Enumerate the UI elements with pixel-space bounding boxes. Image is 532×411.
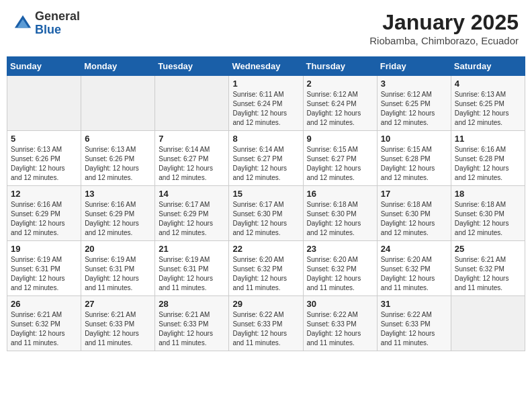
calendar-cell xyxy=(7,76,81,131)
day-info: Sunrise: 6:22 AMSunset: 6:33 PMDaylight:… xyxy=(232,310,299,348)
day-info: Sunrise: 6:17 AMSunset: 6:29 PMDaylight:… xyxy=(159,200,225,238)
day-number: 17 xyxy=(381,189,447,199)
day-number: 29 xyxy=(232,299,299,309)
calendar-cell: 25Sunrise: 6:21 AMSunset: 6:32 PMDayligh… xyxy=(451,241,525,296)
calendar-cell: 19Sunrise: 6:19 AMSunset: 6:31 PMDayligh… xyxy=(7,241,81,296)
day-number: 3 xyxy=(381,79,447,89)
day-number: 27 xyxy=(85,299,151,309)
day-info: Sunrise: 6:20 AMSunset: 6:32 PMDaylight:… xyxy=(307,255,373,293)
calendar-cell: 5Sunrise: 6:13 AMSunset: 6:26 PMDaylight… xyxy=(7,131,81,186)
day-info: Sunrise: 6:18 AMSunset: 6:30 PMDaylight:… xyxy=(381,200,447,238)
page-header: General Blue January 2025 Riobamba, Chim… xyxy=(7,7,525,50)
day-number: 2 xyxy=(307,79,373,89)
calendar-cell: 23Sunrise: 6:20 AMSunset: 6:32 PMDayligh… xyxy=(303,241,377,296)
day-number: 25 xyxy=(455,244,521,254)
logo-blue: Blue xyxy=(35,23,61,36)
day-info: Sunrise: 6:11 AMSunset: 6:24 PMDaylight:… xyxy=(232,90,299,128)
day-info: Sunrise: 6:14 AMSunset: 6:27 PMDaylight:… xyxy=(159,145,225,183)
day-info: Sunrise: 6:22 AMSunset: 6:33 PMDaylight:… xyxy=(307,310,373,348)
day-number: 12 xyxy=(11,189,77,199)
calendar-cell: 15Sunrise: 6:17 AMSunset: 6:30 PMDayligh… xyxy=(229,186,303,241)
calendar-cell: 3Sunrise: 6:12 AMSunset: 6:25 PMDaylight… xyxy=(377,76,451,131)
day-number: 13 xyxy=(85,189,151,199)
day-info: Sunrise: 6:19 AMSunset: 6:31 PMDaylight:… xyxy=(11,255,77,293)
calendar-cell: 11Sunrise: 6:16 AMSunset: 6:28 PMDayligh… xyxy=(451,131,525,186)
calendar-cell: 7Sunrise: 6:14 AMSunset: 6:27 PMDaylight… xyxy=(155,131,229,186)
day-info: Sunrise: 6:20 AMSunset: 6:32 PMDaylight:… xyxy=(232,255,299,293)
calendar-cell: 27Sunrise: 6:21 AMSunset: 6:33 PMDayligh… xyxy=(81,296,155,351)
day-info: Sunrise: 6:15 AMSunset: 6:27 PMDaylight:… xyxy=(307,145,373,183)
day-number: 14 xyxy=(159,189,225,199)
calendar-cell: 24Sunrise: 6:20 AMSunset: 6:32 PMDayligh… xyxy=(377,241,451,296)
calendar-week-row: 12Sunrise: 6:16 AMSunset: 6:29 PMDayligh… xyxy=(7,186,525,241)
calendar-cell: 13Sunrise: 6:16 AMSunset: 6:29 PMDayligh… xyxy=(81,186,155,241)
logo-general: General xyxy=(35,9,80,23)
day-number: 10 xyxy=(381,134,447,144)
day-info: Sunrise: 6:20 AMSunset: 6:32 PMDaylight:… xyxy=(381,255,447,293)
day-info: Sunrise: 6:12 AMSunset: 6:24 PMDaylight:… xyxy=(307,90,373,128)
weekday-header: Monday xyxy=(81,57,155,76)
day-info: Sunrise: 6:14 AMSunset: 6:27 PMDaylight:… xyxy=(232,145,299,183)
day-info: Sunrise: 6:21 AMSunset: 6:32 PMDaylight:… xyxy=(455,255,521,293)
day-info: Sunrise: 6:19 AMSunset: 6:31 PMDaylight:… xyxy=(159,255,225,293)
calendar-week-row: 26Sunrise: 6:21 AMSunset: 6:32 PMDayligh… xyxy=(7,296,525,351)
day-number: 20 xyxy=(85,244,151,254)
day-number: 30 xyxy=(307,299,373,309)
calendar-cell xyxy=(81,76,155,131)
calendar-cell xyxy=(155,76,229,131)
logo: General Blue xyxy=(13,10,80,37)
calendar-cell: 2Sunrise: 6:12 AMSunset: 6:24 PMDaylight… xyxy=(303,76,377,131)
title-block: January 2025 Riobamba, Chimborazo, Ecuad… xyxy=(369,10,519,46)
calendar-subtitle: Riobamba, Chimborazo, Ecuador xyxy=(369,35,519,46)
day-number: 18 xyxy=(455,189,521,199)
day-number: 11 xyxy=(455,134,521,144)
day-info: Sunrise: 6:15 AMSunset: 6:28 PMDaylight:… xyxy=(381,145,447,183)
weekday-header: Friday xyxy=(377,57,451,76)
weekday-header: Thursday xyxy=(303,57,377,76)
day-info: Sunrise: 6:17 AMSunset: 6:30 PMDaylight:… xyxy=(232,200,299,238)
day-info: Sunrise: 6:18 AMSunset: 6:30 PMDaylight:… xyxy=(307,200,373,238)
day-number: 9 xyxy=(307,134,373,144)
day-number: 7 xyxy=(159,134,225,144)
day-info: Sunrise: 6:16 AMSunset: 6:28 PMDaylight:… xyxy=(455,145,521,183)
calendar-week-row: 5Sunrise: 6:13 AMSunset: 6:26 PMDaylight… xyxy=(7,131,525,186)
calendar-cell xyxy=(451,296,525,351)
day-number: 15 xyxy=(232,189,299,199)
calendar-cell: 21Sunrise: 6:19 AMSunset: 6:31 PMDayligh… xyxy=(155,241,229,296)
day-number: 22 xyxy=(232,244,299,254)
calendar-cell: 22Sunrise: 6:20 AMSunset: 6:32 PMDayligh… xyxy=(229,241,303,296)
calendar-table: SundayMondayTuesdayWednesdayThursdayFrid… xyxy=(7,56,525,351)
calendar-cell: 6Sunrise: 6:13 AMSunset: 6:26 PMDaylight… xyxy=(81,131,155,186)
calendar-cell: 4Sunrise: 6:13 AMSunset: 6:25 PMDaylight… xyxy=(451,76,525,131)
weekday-header: Saturday xyxy=(451,57,525,76)
day-number: 6 xyxy=(85,134,151,144)
day-number: 5 xyxy=(11,134,77,144)
calendar-cell: 30Sunrise: 6:22 AMSunset: 6:33 PMDayligh… xyxy=(303,296,377,351)
calendar-cell: 14Sunrise: 6:17 AMSunset: 6:29 PMDayligh… xyxy=(155,186,229,241)
calendar-cell: 18Sunrise: 6:18 AMSunset: 6:30 PMDayligh… xyxy=(451,186,525,241)
calendar-cell: 26Sunrise: 6:21 AMSunset: 6:32 PMDayligh… xyxy=(7,296,81,351)
calendar-cell: 20Sunrise: 6:19 AMSunset: 6:31 PMDayligh… xyxy=(81,241,155,296)
day-info: Sunrise: 6:16 AMSunset: 6:29 PMDaylight:… xyxy=(85,200,151,238)
calendar-cell: 12Sunrise: 6:16 AMSunset: 6:29 PMDayligh… xyxy=(7,186,81,241)
weekday-header: Wednesday xyxy=(229,57,303,76)
calendar-cell: 1Sunrise: 6:11 AMSunset: 6:24 PMDaylight… xyxy=(229,76,303,131)
day-number: 28 xyxy=(159,299,225,309)
day-number: 26 xyxy=(11,299,77,309)
calendar-cell: 8Sunrise: 6:14 AMSunset: 6:27 PMDaylight… xyxy=(229,131,303,186)
day-info: Sunrise: 6:21 AMSunset: 6:33 PMDaylight:… xyxy=(85,310,151,348)
day-info: Sunrise: 6:13 AMSunset: 6:26 PMDaylight:… xyxy=(11,145,77,183)
day-info: Sunrise: 6:12 AMSunset: 6:25 PMDaylight:… xyxy=(381,90,447,128)
calendar-week-row: 1Sunrise: 6:11 AMSunset: 6:24 PMDaylight… xyxy=(7,76,525,131)
weekday-header: Sunday xyxy=(7,57,81,76)
day-number: 19 xyxy=(11,244,77,254)
calendar-week-row: 19Sunrise: 6:19 AMSunset: 6:31 PMDayligh… xyxy=(7,241,525,296)
day-number: 21 xyxy=(159,244,225,254)
logo-text: General Blue xyxy=(35,10,80,37)
day-info: Sunrise: 6:19 AMSunset: 6:31 PMDaylight:… xyxy=(85,255,151,293)
weekday-header: Tuesday xyxy=(155,57,229,76)
day-number: 4 xyxy=(455,79,521,89)
day-number: 24 xyxy=(381,244,447,254)
calendar-cell: 16Sunrise: 6:18 AMSunset: 6:30 PMDayligh… xyxy=(303,186,377,241)
day-info: Sunrise: 6:18 AMSunset: 6:30 PMDaylight:… xyxy=(455,200,521,238)
